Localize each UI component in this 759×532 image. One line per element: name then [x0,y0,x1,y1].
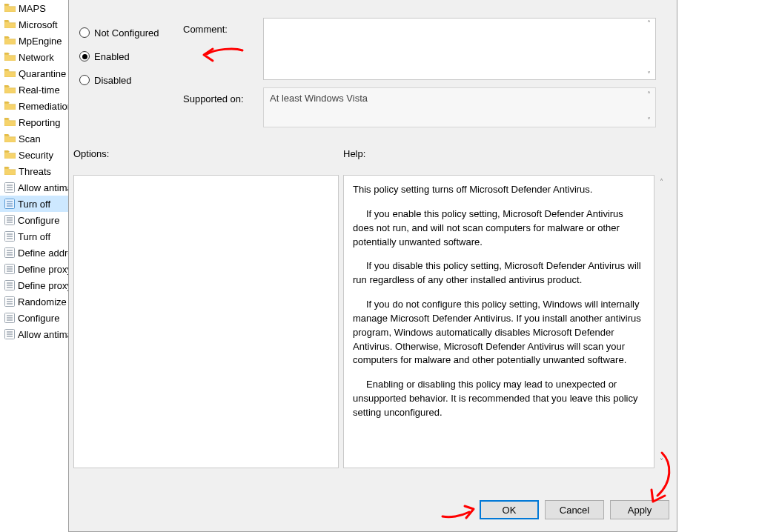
options-label: Options: [73,148,109,159]
supported-on-value: At least Windows Vista [263,87,656,127]
annotation-arrow-enabled [201,44,245,65]
tree-item-label: Turn off [18,199,50,210]
tree-item-label: Threats [19,166,51,177]
tree-item-maps[interactable]: MAPS [0,0,68,16]
help-text: If you disable this policy setting, Micr… [353,259,645,287]
tree-item-label: Security [19,150,53,161]
tree-item-label: Allow antimalware [18,329,68,340]
tree-item-label: Reporting [19,117,60,128]
tree-item-label: Real-time [19,84,60,96]
folder-icon [4,102,16,110]
policy-tree: MAPS Microsoft MpEngine Network Quaranti… [0,0,68,354]
tree-item-turnoff2[interactable]: Turn off [0,228,68,245]
help-text: If you enable this policy setting, Micro… [353,207,645,250]
help-text: If you do not configure this policy sett… [353,298,645,368]
help-panel: This policy setting turns off Microsoft … [343,175,654,468]
tree-item-define-a[interactable]: Define addresses [0,245,68,261]
radio-icon [79,75,90,85]
tree-item-label: Turn off [18,231,50,242]
state-radio-group: Not Configured Enabled Disabled [79,21,183,92]
cancel-button[interactable]: Cancel [545,500,604,519]
tree-item-microsoft[interactable]: Microsoft [0,16,68,33]
tree-item-label: Allow antimalware [18,182,68,193]
comment-scroll-indicator: ˄˅ [643,19,654,79]
tree-item-allow2[interactable]: Allow antimalware [0,326,68,342]
comment-textarea[interactable] [263,18,656,80]
folder-icon [4,167,16,176]
tree-item-scan[interactable]: Scan [0,130,68,147]
setting-icon [4,264,15,274]
radio-label: Enabled [94,51,130,62]
tree-item-remediation[interactable]: Remediation [0,98,68,114]
tree-item-label: Define addresses [18,247,68,259]
options-panel [73,175,339,468]
tree-item-configure[interactable]: Configure [0,212,68,228]
folder-icon [4,118,16,127]
tree-item-label: Define proxy [18,264,68,275]
annotation-arrow-ok [440,499,477,524]
tree-item-quarantine[interactable]: Quarantine [0,65,68,82]
ok-button[interactable]: OK [480,500,539,519]
supported-on-label: Supported on: [183,93,244,104]
radio-enabled[interactable]: Enabled [79,44,183,68]
tree-item-security[interactable]: Security [0,147,68,163]
tree-item-label: Randomize [18,296,67,307]
radio-label: Not Configured [94,27,159,39]
tree-item-turnoff-selected[interactable]: Turn off [0,196,68,212]
help-label: Help: [343,148,365,159]
apply-button[interactable]: Apply [610,500,669,519]
help-text: This policy setting turns off Microsoft … [353,183,645,197]
help-scroll-indicator: ˄˅ [656,178,666,465]
radio-icon [79,27,90,38]
tree-item-network[interactable]: Network [0,49,68,65]
tree-item-threats[interactable]: Threats [0,163,68,179]
setting-icon [4,231,15,242]
tree-item-label: MpEngine [19,36,62,47]
setting-icon [4,329,15,339]
tree-item-label: Microsoft [19,19,58,30]
folder-icon [4,4,16,13]
tree-item-label: Remediation [19,101,68,112]
folder-icon [4,150,16,159]
dialog-button-row: OK Cancel Apply [480,500,669,519]
policy-dialog: Not Configured Enabled Disabled Comment:… [68,0,677,532]
tree-item-allow[interactable]: Allow antimalware [0,179,68,196]
folder-icon [4,69,16,78]
folder-icon [4,134,16,143]
radio-disabled[interactable]: Disabled [79,68,183,92]
comment-label: Comment: [183,24,228,35]
tree-item-label: Network [19,52,54,63]
tree-item-label: Scan [19,133,41,144]
setting-icon [4,296,15,307]
radio-not-configured[interactable]: Not Configured [79,21,183,44]
folder-icon [4,36,16,45]
setting-icon [4,280,15,290]
radio-icon [79,51,90,61]
folder-icon [4,53,16,61]
tree-item-label: Configure [18,215,59,226]
setting-icon [4,247,15,258]
supported-scroll-indicator: ˄˅ [643,90,654,124]
setting-icon [4,215,15,225]
folder-icon [4,85,16,94]
folder-icon [4,20,16,29]
tree-item-label: Define proxy [18,280,68,291]
tree-item-label: Quarantine [19,68,66,79]
tree-item-reporting[interactable]: Reporting [0,114,68,130]
tree-item-randomize[interactable]: Randomize [0,293,68,310]
radio-label: Disabled [94,75,132,86]
tree-item-define-p1[interactable]: Define proxy [0,261,68,277]
tree-item-realtime[interactable]: Real-time [0,82,68,98]
tree-item-label: Configure [18,313,59,324]
tree-item-mpengine[interactable]: MpEngine [0,33,68,49]
setting-icon [4,182,15,193]
tree-item-define-p2[interactable]: Define proxy [0,277,68,293]
setting-icon [4,199,15,209]
tree-item-label: MAPS [19,3,46,14]
help-text: Enabling or disabling this policy may le… [353,378,645,420]
tree-item-configure2[interactable]: Configure [0,310,68,326]
setting-icon [4,313,15,323]
